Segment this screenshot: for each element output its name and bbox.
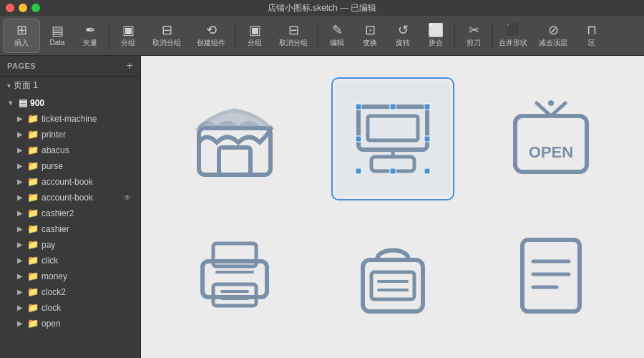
layer-name-clock: clock	[42, 303, 132, 313]
divider-4	[454, 23, 455, 49]
main-area: PAGES + ▾ 页面 1 ▾ ▤ 900 ▶ 📁 ticket-machin…	[0, 56, 644, 358]
group-icon: ▣	[122, 24, 135, 37]
layer-name-clock2: clock2	[42, 287, 132, 297]
scissors-button[interactable]: ✂ 剪刀	[458, 19, 489, 53]
layer-cashier[interactable]: ▶ 📁 cashier	[3, 221, 137, 236]
layer-cashier2[interactable]: ▶ 📁 cashier2	[3, 205, 137, 221]
create-component-button[interactable]: ⟲ 创建组件	[190, 19, 233, 53]
layer-name-ticket-machine: ticket-machine	[42, 114, 132, 124]
chevron-icon: ▶	[17, 319, 24, 327]
document-icon-cell[interactable]	[494, 218, 608, 333]
layer-name-account-book-2: account-book	[42, 193, 120, 203]
open-sign-icon: OPEN	[508, 96, 594, 182]
group2-button[interactable]: ▣ 分组	[239, 19, 270, 53]
svg-rect-8	[356, 168, 361, 174]
layer-name-cashier: cashier	[42, 224, 132, 234]
group2-label: 分组	[248, 38, 262, 48]
folder-icon: 📁	[27, 129, 39, 140]
data-button[interactable]: ▤ Data	[42, 19, 73, 53]
chevron-icon: ▶	[17, 146, 24, 154]
vector-button[interactable]: ✒ 矢量	[74, 19, 106, 53]
document-icon	[508, 233, 594, 319]
svg-rect-6	[356, 104, 361, 110]
folder-icon: 📁	[27, 145, 39, 155]
insert-icon: ⊞	[16, 24, 27, 37]
window-title: 店铺小图标.sketch — 已编辑	[268, 2, 377, 14]
layer-account-book-1[interactable]: ▶ 📁 account-book	[3, 174, 137, 189]
rotate-button[interactable]: ↺ 旋转	[387, 19, 419, 53]
transform-button[interactable]: ⊡ 变换	[354, 19, 386, 53]
titlebar: 店铺小图标.sketch — 已编辑	[0, 0, 644, 16]
layer-money[interactable]: ▶ 📁 money	[3, 268, 137, 284]
chevron-icon: ▶	[17, 256, 24, 264]
chevron-icon: ▶	[17, 288, 24, 296]
combine-icon: ⬜	[428, 24, 444, 37]
folder-icon: 📁	[27, 208, 39, 218]
scissors-label: 剪刀	[467, 38, 481, 48]
insert-button[interactable]: ⊞ 插入	[3, 19, 40, 53]
layer-name-abacus: abacus	[42, 145, 132, 155]
group-label: 分组	[121, 38, 135, 48]
layer-click[interactable]: ▶ 📁 click	[3, 253, 137, 268]
visibility-icon[interactable]: 👁	[123, 193, 132, 203]
pages-header: PAGES +	[0, 56, 140, 77]
folder-icon: 📁	[27, 318, 39, 329]
minimize-button[interactable]	[19, 4, 27, 12]
intersect-button[interactable]: ⊓ 区	[576, 19, 608, 53]
pages-label: PAGES	[7, 62, 36, 70]
chevron-icon: ▶	[17, 115, 24, 122]
folder-icon: 📁	[27, 302, 39, 313]
folder-icon: 📁	[27, 192, 39, 203]
layer-printer[interactable]: ▶ 📁 printer	[3, 127, 137, 142]
layer-name-account-book-1: account-book	[42, 177, 132, 187]
page-name: 页面 1	[14, 79, 38, 92]
svg-rect-11	[356, 136, 361, 142]
root-chevron-icon: ▾	[9, 99, 16, 107]
data-icon: ▤	[52, 24, 64, 37]
add-page-button[interactable]: +	[127, 60, 133, 72]
pay-icon	[350, 233, 436, 319]
chevron-icon: ▶	[17, 178, 24, 185]
subtract-label: 减去顶层	[539, 38, 567, 48]
chevron-icon: ▶	[17, 130, 24, 138]
store-icon-cell[interactable]	[177, 82, 292, 196]
layer-name-open: open	[42, 319, 132, 329]
svg-rect-9	[424, 168, 430, 174]
printer-icon-cell[interactable]	[177, 218, 292, 333]
create-component-label: 创建组件	[197, 38, 225, 48]
merge-icon: ⬛	[505, 24, 521, 37]
fullscreen-button[interactable]	[31, 4, 40, 12]
layer-abacus[interactable]: ▶ 📁 abacus	[3, 142, 137, 158]
merge-label: 合并形状	[499, 38, 527, 48]
group-button[interactable]: ▣ 分组	[112, 19, 144, 53]
folder-icon: 📁	[27, 176, 39, 187]
svg-rect-7	[424, 104, 430, 110]
layer-purse[interactable]: ▶ 📁 purse	[3, 158, 137, 173]
combine-button[interactable]: ⬜ 拼合	[420, 19, 452, 53]
ungroup-button[interactable]: ⊟ 取消分组	[145, 19, 188, 53]
layer-ticket-machine[interactable]: ▶ 📁 ticket-machine	[3, 111, 137, 126]
svg-rect-10	[390, 104, 396, 110]
close-button[interactable]	[6, 4, 14, 12]
layer-pay[interactable]: ▶ 📁 pay	[3, 237, 137, 252]
subtract-button[interactable]: ⊘ 减去顶层	[532, 19, 575, 53]
page-chevron-icon: ▾	[7, 82, 11, 90]
folder-icon: 📁	[27, 113, 39, 124]
merge-button[interactable]: ⬛ 合并形状	[496, 19, 530, 53]
page-item[interactable]: ▾ 页面 1	[0, 77, 140, 95]
layer-open[interactable]: ▶ 📁 open	[3, 316, 137, 331]
open-sign-icon-cell[interactable]: OPEN	[494, 82, 608, 196]
edit-icon: ✎	[332, 24, 343, 37]
transform-icon: ⊡	[365, 24, 376, 37]
svg-rect-3	[368, 116, 418, 140]
pay-icon-cell[interactable]	[336, 218, 450, 333]
layer-account-book-2[interactable]: ▶ 📁 account-book 👁	[3, 190, 137, 205]
cashier-icon-cell[interactable]	[336, 82, 450, 196]
edit-button[interactable]: ✎ 编辑	[321, 19, 353, 53]
layer-clock2[interactable]: ▶ 📁 clock2	[3, 284, 137, 299]
ungroup2-button[interactable]: ⊟ 取消分组	[272, 19, 315, 53]
layer-clock[interactable]: ▶ 📁 clock	[3, 300, 137, 315]
svg-point-14	[548, 100, 554, 106]
layer-root[interactable]: ▾ ▤ 900	[3, 95, 137, 110]
canvas[interactable]: OPEN	[141, 56, 644, 358]
